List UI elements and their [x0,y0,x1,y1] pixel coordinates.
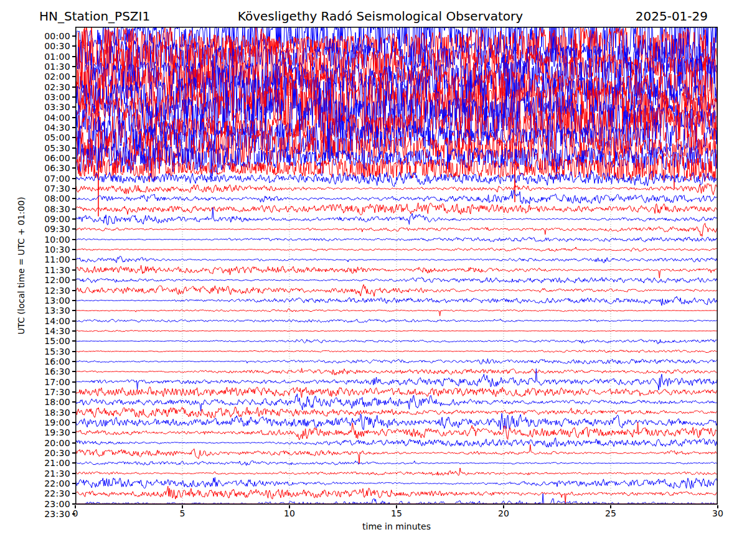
waveform-trace-15:30 [75,350,717,352]
y-tick-mark [72,391,75,393]
waveform-trace-11:00 [75,256,717,263]
y-tick-mark [72,422,75,423]
y-tick-label-20:00: 20:00 [19,438,70,448]
y-tick-label-17:30: 17:30 [19,387,70,397]
y-tick-mark [72,188,75,189]
waveform-trace-10:30 [75,247,717,251]
seismogram-page: HN_Station_PSZI1 Kövesligethy Radó Seism… [0,0,747,560]
waveform-trace-08:00 [75,190,717,204]
x-tick-label-20: 20 [485,508,522,518]
y-tick-label-21:00: 21:00 [19,458,70,468]
y-tick-label-15:00: 15:00 [19,336,70,346]
y-tick-label-02:00: 02:00 [19,72,70,82]
y-tick-mark [72,330,75,332]
waveform-trace-22:00 [75,477,717,488]
y-tick-mark [72,157,75,159]
y-tick-label-07:30: 07:30 [19,184,70,194]
y-tick-label-19:30: 19:30 [19,427,70,437]
y-tick-mark [72,76,75,77]
waveform-trace-16:00 [75,359,717,365]
y-tick-mark [72,127,75,128]
y-tick-label-16:30: 16:30 [19,366,70,376]
y-tick-label-00:00: 00:00 [19,31,70,41]
waveform-trace-17:30 [75,387,717,398]
y-tick-label-14:00: 14:00 [19,316,70,326]
y-tick-mark [72,66,75,67]
y-tick-mark [72,86,75,88]
y-tick-label-18:00: 18:00 [19,397,70,407]
y-tick-mark [72,442,75,444]
y-tick-label-22:00: 22:00 [19,478,70,488]
y-tick-mark [72,239,75,240]
y-tick-label-05:00: 05:00 [19,133,70,142]
y-tick-label-21:30: 21:30 [19,469,70,478]
date-title: 2025-01-29 [636,9,708,24]
y-tick-label-03:30: 03:30 [19,102,70,112]
y-tick-label-07:00: 07:00 [19,174,70,184]
y-tick-mark [72,300,75,301]
y-tick-mark [72,96,75,98]
y-tick-label-09:00: 09:00 [19,214,70,224]
y-tick-mark [72,340,75,342]
x-tick-mark [289,505,290,508]
y-tick-mark [72,137,75,138]
x-tick-label-25: 25 [592,508,629,518]
y-tick-label-14:30: 14:30 [19,326,70,336]
y-tick-label-08:30: 08:30 [19,204,70,214]
y-tick-mark [72,361,75,362]
waveform-trace-10:00 [75,237,717,242]
waveform-trace-21:30 [75,468,717,475]
y-tick-mark [72,147,75,149]
y-tick-mark [72,381,75,383]
y-tick-label-05:30: 05:30 [19,143,70,153]
y-tick-mark [72,493,75,494]
y-tick-label-03:00: 03:00 [19,92,70,102]
y-tick-mark [72,473,75,474]
y-tick-label-06:00: 06:00 [19,153,70,163]
y-tick-mark [72,106,75,108]
x-tick-label-10: 10 [271,508,308,518]
y-tick-label-12:00: 12:00 [19,275,70,285]
y-tick-mark [72,320,75,322]
x-tick-mark [503,505,504,508]
waveform-trace-20:30 [75,444,717,464]
waveform-trace-16:30 [75,368,717,375]
y-tick-mark [72,249,75,250]
y-tick-label-08:00: 08:00 [19,194,70,203]
x-tick-label-5: 5 [164,508,201,518]
y-tick-label-13:30: 13:30 [19,306,70,315]
waveform-trace-08:30 [75,203,717,215]
waveform-trace-12:30 [75,284,717,296]
y-tick-label-10:00: 10:00 [19,235,70,245]
y-tick-label-18:30: 18:30 [19,408,70,418]
y-tick-mark [72,228,75,230]
waveform-trace-18:30 [75,407,717,418]
y-tick-label-13:00: 13:00 [19,296,70,306]
y-tick-mark [72,167,75,169]
x-axis-label: time in minutes [334,521,459,532]
y-tick-mark [72,290,75,291]
waveform-trace-22:30 [75,486,717,503]
waveform-canvas [75,27,718,505]
y-tick-label-12:30: 12:30 [19,286,70,296]
y-tick-label-11:00: 11:00 [19,254,70,264]
x-tick-mark [717,505,718,508]
y-tick-mark [72,483,75,484]
y-tick-mark [72,269,75,271]
y-tick-mark [72,35,75,37]
observatory-title: Kövesligethy Radó Seismological Observat… [218,9,543,24]
y-tick-mark [72,117,75,118]
y-tick-label-20:30: 20:30 [19,448,70,458]
waveform-trace-21:00 [75,461,717,466]
y-tick-mark [72,56,75,57]
waveform-trace-07:30 [75,184,717,195]
y-tick-label-00:30: 00:30 [19,41,70,51]
y-tick-label-22:30: 22:30 [19,488,70,498]
y-tick-label-04:30: 04:30 [19,123,70,133]
y-tick-mark [72,218,75,220]
y-tick-mark [72,351,75,352]
y-tick-label-02:30: 02:30 [19,82,70,92]
x-tick-mark [182,505,183,508]
y-tick-label-06:30: 06:30 [19,163,70,173]
y-tick-mark [72,310,75,311]
